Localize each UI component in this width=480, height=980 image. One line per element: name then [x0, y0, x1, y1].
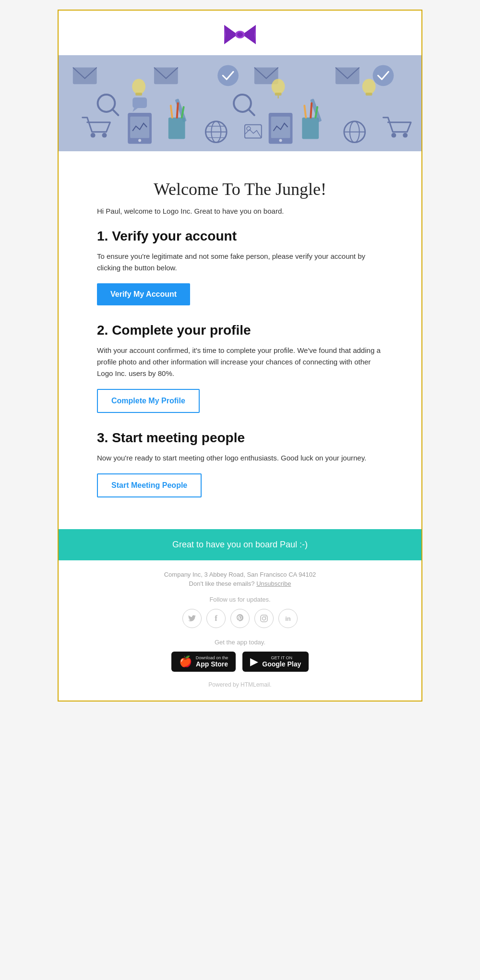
app-store-button[interactable]: 🍎 Download on the App Store	[171, 652, 236, 672]
powered-by: Powered by HTMLemail.	[68, 681, 412, 696]
pinterest-icon[interactable]	[230, 609, 250, 628]
app-text: Get the app today.	[68, 639, 412, 646]
hero-banner	[59, 55, 421, 151]
email-container: Welcome To The Jungle! Hi Paul, welcome …	[58, 10, 422, 702]
svg-rect-23	[366, 93, 372, 96]
svg-point-5	[237, 32, 243, 37]
svg-point-17	[272, 79, 285, 94]
linkedin-icon[interactable]: in	[278, 609, 298, 628]
svg-point-11	[217, 65, 239, 86]
complete-profile-button[interactable]: Complete My Profile	[97, 389, 200, 413]
svg-rect-18	[275, 93, 282, 96]
footer-unsubscribe: Don't like these emails? Unsubscribe	[68, 580, 412, 587]
app-buttons-row: 🍎 Download on the App Store ▶ GET IT ON …	[68, 652, 412, 672]
instagram-icon[interactable]	[254, 609, 274, 628]
google-play-button[interactable]: ▶ GET IT ON Google Play	[242, 652, 309, 672]
svg-rect-32	[168, 118, 185, 139]
page-title: Welcome To The Jungle!	[97, 179, 383, 199]
svg-rect-21	[135, 93, 142, 96]
svg-rect-28	[271, 117, 290, 138]
svg-point-57	[263, 617, 266, 620]
svg-point-50	[391, 133, 396, 138]
section-2-title: 2. Complete your profile	[97, 323, 383, 338]
verify-account-button[interactable]: Verify My Account	[97, 283, 190, 305]
svg-rect-25	[130, 117, 149, 138]
svg-point-26	[138, 139, 141, 142]
section-3-text: Now you're ready to start meeting other …	[97, 452, 383, 464]
svg-point-58	[265, 616, 266, 617]
svg-point-29	[279, 139, 282, 142]
svg-rect-6	[59, 56, 421, 151]
svg-point-48	[91, 133, 96, 138]
facebook-icon[interactable]: f	[206, 609, 226, 628]
svg-line-34	[177, 103, 178, 118]
unsubscribe-link[interactable]: Unsubscribe	[256, 580, 291, 587]
section-1-title: 1. Verify your account	[97, 229, 383, 244]
twitter-icon[interactable]	[182, 609, 202, 628]
section-1-text: To ensure you're legitimate and not some…	[97, 251, 383, 274]
google-play-main: Google Play	[262, 660, 301, 668]
section-profile: 2. Complete your profile With your accou…	[97, 323, 383, 413]
start-meeting-button[interactable]: Start Meeting People	[97, 473, 202, 497]
svg-rect-10	[336, 67, 360, 84]
footer-info: Company Inc, 3 Abbey Road, San Francisco…	[59, 560, 421, 701]
section-verify: 1. Verify your account To ensure you're …	[97, 229, 383, 305]
app-store-main: App Store	[196, 660, 228, 668]
svg-line-38	[311, 103, 312, 118]
section-2-text: With your account confirmed, it's time t…	[97, 345, 383, 379]
main-content: Welcome To The Jungle! Hi Paul, welcome …	[59, 151, 421, 524]
apple-icon: 🍎	[179, 655, 192, 668]
google-play-sub: GET IT ON	[262, 655, 301, 660]
section-3-title: 3. Start meeting people	[97, 430, 383, 446]
svg-rect-8	[154, 67, 178, 84]
svg-rect-56	[261, 615, 267, 622]
footer-address: Company Inc, 3 Abbey Road, San Francisco…	[68, 571, 412, 578]
svg-point-51	[403, 133, 408, 138]
svg-rect-54	[132, 97, 147, 108]
welcome-text: Hi Paul, welcome to Logo Inc. Great to h…	[97, 207, 383, 215]
follow-text: Follow us for updates.	[68, 596, 412, 603]
section-meeting: 3. Start meeting people Now you're ready…	[97, 430, 383, 497]
svg-point-49	[102, 133, 107, 138]
footer-banner: Great to have you on board Paul :-)	[59, 529, 421, 560]
bowtie-logo	[223, 24, 257, 48]
svg-rect-36	[302, 118, 319, 139]
svg-rect-7	[73, 67, 97, 84]
google-play-icon: ▶	[250, 655, 258, 668]
logo-area	[59, 11, 421, 55]
footer-banner-text: Great to have you on board Paul :-)	[172, 540, 308, 549]
social-icons-row: f in	[68, 609, 412, 628]
app-store-sub: Download on the	[196, 655, 228, 660]
svg-point-22	[362, 79, 376, 94]
svg-point-12	[373, 65, 394, 86]
svg-point-20	[132, 79, 145, 94]
